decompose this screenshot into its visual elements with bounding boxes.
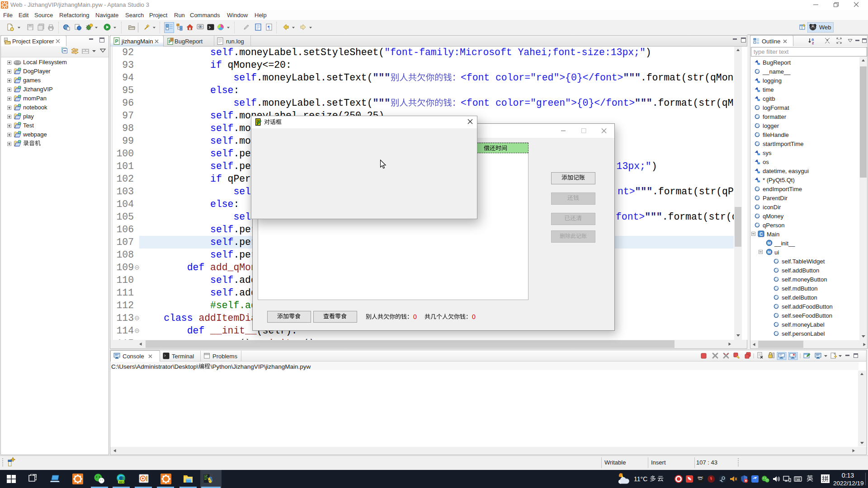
svg-text:¶: ¶ bbox=[268, 24, 270, 30]
svg-text:EPIC: EPIC bbox=[698, 476, 703, 479]
svg-text:P: P bbox=[115, 38, 118, 44]
svg-text:M: M bbox=[767, 241, 771, 245]
svg-text:M: M bbox=[767, 250, 771, 254]
svg-text:z: z bbox=[812, 41, 814, 45]
svg-text:DEV: DEV bbox=[119, 481, 124, 483]
svg-text:C: C bbox=[760, 232, 763, 237]
